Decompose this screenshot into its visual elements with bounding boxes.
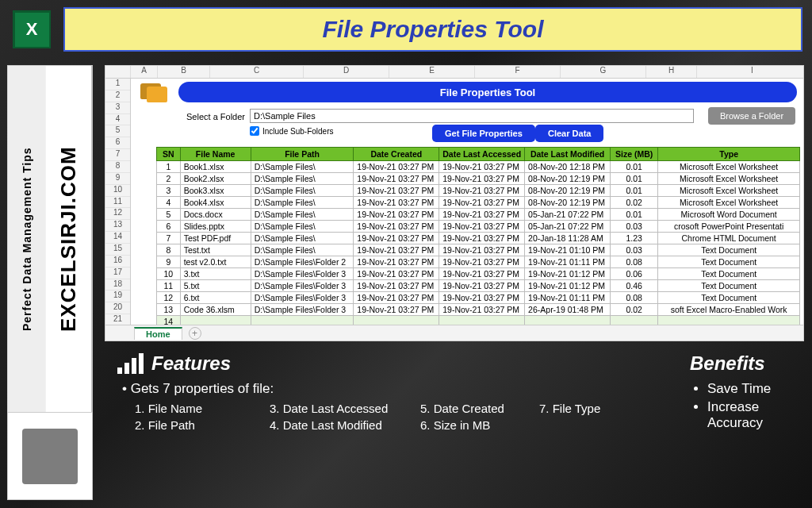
table-cell[interactable]: 19-Nov-21 03:27 PM (439, 221, 525, 233)
table-cell[interactable]: 19-Nov-21 03:27 PM (354, 280, 439, 292)
table-cell[interactable]: 19-Nov-21 03:27 PM (354, 304, 439, 316)
table-row[interactable]: 13Code 36.xlsmD:\Sample Files\Folder 319… (157, 304, 800, 316)
table-cell[interactable]: 8 (157, 244, 181, 256)
table-row[interactable]: 5Docs.docxD:\Sample Files\19-Nov-21 03:2… (157, 209, 800, 221)
table-cell[interactable]: 1.23 (610, 233, 657, 244)
new-sheet-button[interactable]: + (189, 327, 201, 340)
table-row[interactable]: 6Slides.pptxD:\Sample Files\19-Nov-21 03… (157, 221, 800, 233)
col-D[interactable]: D (304, 66, 389, 78)
table-cell[interactable]: Book3.xlsx (180, 185, 251, 197)
table-cell[interactable]: Text Document (658, 244, 800, 256)
table-cell[interactable]: 20-Jan-18 11:28 AM (525, 233, 611, 244)
tab-home[interactable]: Home (134, 327, 182, 340)
table-cell[interactable]: D:\Sample Files\ (251, 233, 354, 244)
table-cell[interactable]: D:\Sample Files\Folder 3 (251, 292, 354, 304)
row-header[interactable]: 13 (105, 220, 130, 232)
table-row[interactable]: 9test v2.0.txtD:\Sample Files\Folder 219… (157, 256, 800, 268)
file-properties-table[interactable]: SNFile NameFile PathDate CreatedDate Las… (156, 147, 800, 340)
table-cell[interactable]: 4 (157, 197, 181, 209)
table-cell[interactable]: 19-Nov-21 03:27 PM (439, 256, 525, 268)
table-cell[interactable]: D:\Sample Files\ (251, 173, 354, 185)
table-cell[interactable]: 0.01 (610, 209, 657, 221)
table-cell[interactable]: D:\Sample Files\Folder 3 (251, 268, 354, 280)
table-cell[interactable]: 19-Nov-21 01:11 PM (525, 292, 611, 304)
table-cell[interactable]: 19-Nov-21 03:27 PM (354, 268, 439, 280)
table-cell[interactable]: 19-Nov-21 03:27 PM (439, 292, 525, 304)
table-cell[interactable]: Test PDF.pdf (180, 233, 251, 244)
table-cell[interactable]: 19-Nov-21 03:27 PM (439, 280, 525, 292)
table-cell[interactable]: 0.03 (610, 221, 657, 233)
table-cell[interactable]: 9 (157, 256, 181, 268)
row-header[interactable]: 20 (105, 302, 130, 314)
table-header-cell[interactable]: Date Last Accessed (439, 148, 525, 161)
table-cell[interactable]: 19-Nov-21 03:27 PM (354, 185, 439, 197)
col-E[interactable]: E (389, 66, 475, 78)
table-cell[interactable]: 0.02 (610, 197, 657, 209)
table-row[interactable]: 8Test.txtD:\Sample Files\19-Nov-21 03:27… (157, 244, 800, 256)
table-cell[interactable]: 0.03 (610, 244, 657, 256)
row-header[interactable]: 9 (105, 173, 130, 185)
table-cell[interactable]: 19-Nov-21 03:27 PM (354, 161, 439, 173)
table-cell[interactable]: Microsoft Excel Worksheet (658, 173, 800, 185)
table-cell[interactable]: Book2.xlsx (180, 173, 251, 185)
table-cell[interactable]: 0.01 (610, 161, 657, 173)
table-cell[interactable]: 19-Nov-21 03:27 PM (439, 268, 525, 280)
row-header[interactable]: 11 (105, 197, 130, 209)
row-header[interactable]: 18 (105, 279, 130, 291)
table-cell[interactable]: 19-Nov-21 03:27 PM (354, 292, 439, 304)
row-header[interactable]: 17 (105, 267, 130, 279)
row-header[interactable]: 14 (105, 232, 130, 244)
row-header[interactable]: 15 (105, 244, 130, 256)
table-header-cell[interactable]: Size (MB) (610, 148, 657, 161)
table-cell[interactable]: 2 (157, 173, 181, 185)
row-header[interactable]: 2 (105, 90, 130, 102)
table-cell[interactable]: 19-Nov-21 03:27 PM (354, 221, 439, 233)
table-cell[interactable]: D:\Sample Files\ (251, 244, 354, 256)
table-cell[interactable]: D:\Sample Files\Folder 3 (251, 304, 354, 316)
table-cell[interactable]: Text Document (658, 292, 800, 304)
table-cell[interactable]: Microsoft Word Document (658, 209, 800, 221)
table-cell[interactable]: D:\Sample Files\ (251, 209, 354, 221)
row-header[interactable]: 8 (105, 161, 130, 173)
table-cell[interactable]: 0.08 (610, 292, 657, 304)
table-cell[interactable]: 6 (157, 221, 181, 233)
table-cell[interactable]: 12 (157, 292, 181, 304)
table-cell[interactable]: 0.46 (610, 280, 657, 292)
table-cell[interactable]: Book1.xlsx (180, 161, 251, 173)
table-cell[interactable]: 13 (157, 304, 181, 316)
table-cell[interactable]: D:\Sample Files\Folder 3 (251, 280, 354, 292)
table-cell[interactable]: 5.txt (180, 280, 251, 292)
table-cell[interactable]: 08-Nov-20 12:19 PM (525, 173, 611, 185)
table-cell[interactable]: Microsoft Excel Worksheet (658, 197, 800, 209)
table-cell[interactable]: 19-Nov-21 03:27 PM (354, 197, 439, 209)
table-cell[interactable]: Chrome HTML Document (658, 233, 800, 244)
browse-folder-button[interactable]: Browse a Folder (708, 107, 795, 125)
table-cell[interactable]: 08-Nov-20 12:19 PM (525, 197, 611, 209)
table-header-cell[interactable]: SN (157, 148, 181, 161)
table-cell[interactable]: 19-Nov-21 03:27 PM (354, 244, 439, 256)
get-file-properties-button[interactable]: Get File Properties (432, 125, 535, 142)
table-row[interactable]: 7Test PDF.pdfD:\Sample Files\19-Nov-21 0… (157, 233, 800, 244)
row-header[interactable]: 12 (105, 208, 130, 220)
table-cell[interactable]: Text Document (658, 280, 800, 292)
table-cell[interactable]: 05-Jan-21 07:22 PM (525, 221, 611, 233)
table-cell[interactable]: 10 (157, 268, 181, 280)
table-cell[interactable]: 19-Nov-21 01:12 PM (525, 280, 611, 292)
table-cell[interactable]: D:\Sample Files\ (251, 221, 354, 233)
table-cell[interactable]: D:\Sample Files\Folder 2 (251, 256, 354, 268)
table-row[interactable]: 115.txtD:\Sample Files\Folder 319-Nov-21… (157, 280, 800, 292)
table-header-cell[interactable]: Type (658, 148, 800, 161)
table-cell[interactable]: 19-Nov-21 03:27 PM (439, 161, 525, 173)
table-cell[interactable]: 19-Nov-21 03:27 PM (439, 185, 525, 197)
table-cell[interactable]: 19-Nov-21 01:11 PM (525, 256, 611, 268)
table-cell[interactable]: 19-Nov-21 03:27 PM (354, 256, 439, 268)
table-row[interactable]: 4Book4.xlsxD:\Sample Files\19-Nov-21 03:… (157, 197, 800, 209)
table-cell[interactable]: Docs.docx (180, 209, 251, 221)
col-F[interactable]: F (475, 66, 561, 78)
table-cell[interactable]: 05-Jan-21 07:22 PM (525, 209, 611, 221)
row-header[interactable]: 19 (105, 291, 130, 302)
table-cell[interactable]: Slides.pptx (180, 221, 251, 233)
include-subfolders-checkbox[interactable]: Include Sub-Folders (250, 126, 334, 136)
table-cell[interactable]: 08-Nov-20 12:19 PM (525, 185, 611, 197)
table-cell[interactable]: 19-Nov-21 03:27 PM (439, 209, 525, 221)
